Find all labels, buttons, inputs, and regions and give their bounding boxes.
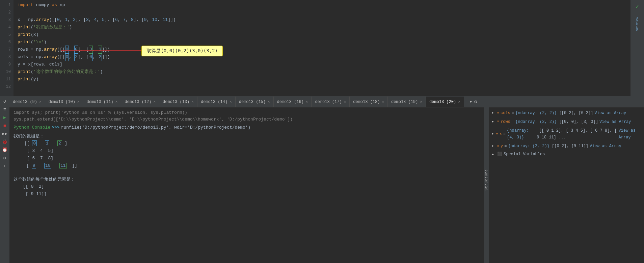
code-line-11: print(y) [18,76,640,83]
expand-rows-icon[interactable]: ▶ [492,119,496,125]
close-tab-18-icon[interactable]: × [382,100,384,104]
variables-header [489,97,644,107]
expand-special-icon[interactable]: ▶ [492,152,496,156]
tab-demo13-20[interactable]: demo13 (20) × [426,97,464,107]
run-icon[interactable]: ▶ [1,114,8,121]
settings-icon[interactable]: ≡ [1,106,8,113]
code-line-12 [18,83,640,90]
code-line-6: print('\n') [18,38,640,46]
var-row-rows[interactable]: ▶ ≡ rows = {ndarray: (2, 2)} [[0, 0], [3… [489,117,644,126]
tab-demo13-14[interactable]: demo13 (14) × [197,97,236,107]
structure-sidebar: Structure [484,97,489,263]
debug-icon[interactable]: 🐞 [1,138,8,145]
code-line-1: import numpy as np [18,1,640,9]
code-line-5: print(x) [18,31,640,38]
result-row-2: [ 9 11]] [14,190,480,198]
tab-bar: demo13 (9) × demo13 (10) × demo13 (11) ×… [9,97,484,107]
tab-demo13-11[interactable]: demo13 (11) × [83,97,121,107]
close-tab-17-icon[interactable]: × [344,100,346,104]
console-line-sys-import: import sys; print('Python %s on %s' % (s… [14,109,480,116]
var-row-y[interactable]: ▶ ≡ y = {ndarray: (2, 2)} [[0 2], [9 11]… [489,142,644,151]
code-line-10: print('这个数组的每个角处的元素是：') [18,68,640,76]
tab-demo13-18[interactable]: demo13 (18) × [350,97,388,107]
x-type-icon: ≡ [496,131,498,137]
add-icon[interactable]: + [1,163,8,169]
console-output: import sys; print('Python %s on %s' % (s… [9,107,484,263]
tab-demo13-12[interactable]: demo13 (12) × [121,97,159,107]
expand-cols-icon[interactable]: ▶ [492,110,496,116]
step-icon[interactable]: ▶▶ [1,130,8,137]
expand-x-icon[interactable]: ▶ [492,131,495,137]
rows-type-icon: ≡ [497,119,499,125]
y-type-icon: ≡ [497,143,499,150]
console-corners-label: 这个数组的每个角处的元素是： [14,176,480,183]
console-area: demo13 (9) × demo13 (10) × demo13 (11) ×… [9,97,484,263]
close-tab-11-icon[interactable]: × [115,100,118,104]
cols-view-as-array[interactable]: View as Array [594,110,626,116]
close-tab-10-icon[interactable]: × [77,100,80,104]
tab-demo13-17[interactable]: demo13 (17) × [312,97,350,107]
code-editor: 1 2 3 4 5 6 7 8 9 10 11 12 import numpy … [0,0,644,96]
clock-icon[interactable]: ⏰ [1,147,8,153]
console-line-sys-path: sys.path.extend(['D:\\pythonProject\\dem… [14,116,480,123]
tab-demo13-13[interactable]: demo13 (13) × [159,97,197,107]
close-tab-20-icon[interactable]: × [458,100,460,104]
right-panel-top: ✓ SciView [630,0,644,96]
code-line-8: cols = np.array([[0, 2], [0, 2]]) [18,53,640,61]
structure-label: Structure [485,169,488,190]
matrix-row-2: [ 3 4 5] [14,147,480,155]
cols-type-icon: ≡ [497,110,499,116]
special-vars-label: Special Variables [504,152,545,157]
console-line-python: Python Console >>> runfile('D:/pythonPro… [14,124,480,131]
code-line-2 [18,9,640,16]
line-numbers: 1 2 3 4 5 6 7 8 9 10 11 12 [0,0,14,96]
code-line-3: x = np.array([[0, 1, 2], [3, 4, 5], [6, … [18,16,640,24]
settings-tabs-icon[interactable]: ⚙ [474,99,477,105]
tab-extras: ▾ ⚙ — [469,99,484,105]
close-tab-14-icon[interactable]: × [230,100,232,104]
rows-view-as-array[interactable]: View as Array [599,119,631,125]
var-row-cols[interactable]: ▶ ≡ cols = {ndarray: (2, 2)} [[0 2], [0 … [489,109,644,117]
tab-demo13-9[interactable]: demo13 (9) × [9,97,45,107]
code-line-7: rows = np.array([[0, 0], [3, 3]]) [18,46,640,53]
dropdown-tabs-icon[interactable]: ▾ [469,99,472,105]
gear-icon[interactable]: ⚙ [1,155,8,161]
variables-content: ▶ ≡ cols = {ndarray: (2, 2)} [[0 2], [0 … [489,107,644,263]
expand-y-icon[interactable]: ▶ [492,143,496,150]
close-tab-16-icon[interactable]: × [306,100,308,104]
tab-demo13-10[interactable]: demo13 (10) × [45,97,83,107]
console-output-label: 我们的数组是： [14,133,480,140]
close-tab-9-icon[interactable]: × [39,100,42,104]
scl-label: SciView [636,17,639,31]
matrix-row-3: [ 6 7 8] [14,155,480,162]
matrix-row-4: [ 9 10 11 ]] [14,162,480,169]
tab-demo13-15[interactable]: demo13 (15) × [236,97,274,107]
var-row-x[interactable]: ▶ ≡ x = {ndarray: (4, 3)} [[ 0 1 2], [ 3… [489,126,644,142]
code-line-9: y = x[rows, cols] [18,61,640,68]
bottom-panel: ↺ ≡ ▶ ■ ▶▶ 🐞 ⏰ ⚙ + demo13 (9) × demo13 (… [0,96,644,263]
close-tab-15-icon[interactable]: × [268,100,270,104]
variables-panel: ▶ ≡ cols = {ndarray: (2, 2)} [[0 2], [0 … [489,97,644,263]
tab-demo13-16[interactable]: demo13 (16) × [274,97,312,107]
y-view-as-array[interactable]: View as Array [590,143,621,150]
close-tab-13-icon[interactable]: × [191,100,194,104]
rerun-icon[interactable]: ↺ [1,98,8,105]
result-row-1: [[ 0 2] [14,183,480,190]
stop-icon[interactable]: ■ [1,122,8,129]
tab-demo13-19[interactable]: demo13 (19) × [388,97,426,107]
matrix-row-1: [[ 0 1 2 ] [14,140,480,147]
close-tab-12-icon[interactable]: × [154,100,156,104]
close-tab-19-icon[interactable]: × [420,100,422,104]
checkmark-icon: ✓ [636,3,639,10]
special-vars-row[interactable]: ▶ ⬛ Special Variables [489,151,644,158]
x-view-as-array[interactable]: View as Array [619,127,641,141]
code-content: import numpy as np x = np.array([[0, 1, … [14,0,644,96]
special-vars-icon: ⬛ [497,152,502,157]
left-toolbar: ↺ ≡ ▶ ■ ▶▶ 🐞 ⏰ ⚙ + [0,97,9,263]
close-tabs-icon[interactable]: — [479,99,482,105]
code-line-4: print('我们的数组是：') [18,24,640,31]
